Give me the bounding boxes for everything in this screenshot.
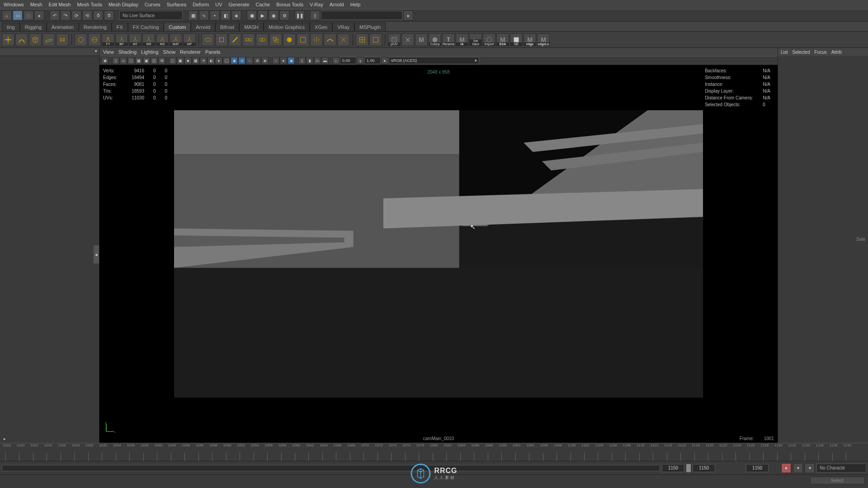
menu-windows[interactable]: Windows xyxy=(4,2,24,7)
vp-gamma-icon[interactable]: γ xyxy=(357,57,364,64)
shelf-mp-icon[interactable]: MP xyxy=(183,33,196,46)
shelf-cut-icon[interactable] xyxy=(337,33,350,46)
collapse-left-icon[interactable]: ◂ xyxy=(94,245,99,263)
shelf-uvedit-icon[interactable] xyxy=(369,33,382,46)
character-set-dropdown[interactable]: No Characte xyxy=(816,464,866,473)
shelf-sphere3-icon[interactable] xyxy=(283,33,296,46)
shelf-extrude-icon[interactable] xyxy=(215,33,228,46)
vp-wire-icon[interactable]: ▢ xyxy=(169,57,176,64)
shelf-lattice-icon[interactable] xyxy=(56,33,69,46)
vp-xray-icon[interactable]: ◎ xyxy=(238,57,245,64)
tab-bifrost[interactable]: Bifrost xyxy=(215,23,239,31)
ae-list[interactable]: List xyxy=(781,50,788,55)
history4-icon[interactable]: ⥁ xyxy=(104,10,114,20)
vp-ao-icon[interactable]: ● xyxy=(215,57,222,64)
home-icon[interactable]: ⌂ xyxy=(2,10,12,20)
shelf-mr-icon[interactable]: MR xyxy=(142,33,155,46)
shelf-mat-icon[interactable]: MAT xyxy=(170,33,182,46)
shelf-bevel-icon[interactable] xyxy=(229,33,241,46)
tab-fx[interactable]: FX xyxy=(112,23,128,31)
tab-rendering[interactable]: Rendering xyxy=(79,23,112,31)
shelf-torus-icon[interactable] xyxy=(202,33,214,46)
vp-iso2-icon[interactable]: ▮ xyxy=(306,57,313,64)
vp-exposure-icon[interactable]: ☼ xyxy=(332,57,340,64)
tab-ting[interactable]: ting xyxy=(2,23,20,31)
shelf-plane-icon[interactable] xyxy=(42,33,55,46)
tab-vray[interactable]: VRay xyxy=(332,23,354,31)
shelf-colorp-icon[interactable]: Colorp xyxy=(429,33,441,46)
history2-icon[interactable]: ⟲ xyxy=(82,10,92,20)
shelf-ms-icon[interactable]: MS xyxy=(156,33,169,46)
playback-pref-icon[interactable]: ▾ xyxy=(793,463,803,473)
range-end-field[interactable]: 1150 xyxy=(693,464,715,472)
range-handle-icon[interactable] xyxy=(686,464,691,472)
command-line[interactable] xyxy=(321,11,402,20)
shelf-uv-icon[interactable] xyxy=(356,33,368,46)
menu-vray[interactable]: V-Ray xyxy=(310,2,323,7)
shelf-m1-icon[interactable]: M xyxy=(415,33,428,46)
sidebar-toggle-icon[interactable]: ▸ xyxy=(403,10,413,20)
vp-menu-lighting[interactable]: Lighting xyxy=(141,49,159,55)
shelf-edgelo-icon[interactable]: MedgeLo xyxy=(537,33,550,46)
vp-menu-panels[interactable]: Panels xyxy=(205,49,221,55)
range-start-field[interactable]: 1150 xyxy=(662,464,684,472)
menu-help[interactable]: Help xyxy=(350,2,361,7)
snap-grid-icon[interactable]: ▦ xyxy=(188,10,198,20)
menu-deform[interactable]: Deform xyxy=(193,2,209,7)
shelf-frame-icon[interactable] xyxy=(297,33,309,46)
vp-gamma-field[interactable]: 1.00 xyxy=(364,57,381,64)
vp-light3-icon[interactable]: ◉ xyxy=(288,57,295,64)
shelf-ia-icon[interactable]: MIA xyxy=(456,33,468,46)
shelf-ne-icon[interactable]: NE xyxy=(510,33,523,46)
vp-iso3-icon[interactable]: ▭ xyxy=(314,57,321,64)
undo-icon[interactable]: ↶ xyxy=(50,10,60,20)
ipr-icon[interactable]: ◉ xyxy=(269,10,278,20)
menu-meshdisplay[interactable]: Mesh Display xyxy=(108,2,138,7)
vp-menu-shading[interactable]: Shading xyxy=(118,49,137,55)
pause-icon[interactable]: ❚❚ xyxy=(295,10,305,20)
playback-pref2-icon[interactable]: ▾ xyxy=(805,463,815,473)
ae-selected[interactable]: Selected xyxy=(793,50,810,55)
vp-gate-icon[interactable]: ◫ xyxy=(151,57,158,64)
ae-focus[interactable]: Focus xyxy=(814,50,826,55)
chevron-down-icon[interactable]: ▾ xyxy=(95,49,97,53)
shelf-sethard-icon[interactable]: Set Hard xyxy=(469,33,482,46)
shelf-cube-icon[interactable] xyxy=(29,33,42,46)
shelf-ft-icon[interactable]: FT xyxy=(102,33,114,46)
expand-icon[interactable]: ▸ xyxy=(4,436,6,441)
vp-motion-icon[interactable]: ◯ xyxy=(223,57,230,64)
menu-bonustools[interactable]: Bonus Tools xyxy=(276,2,303,7)
live-surface-field[interactable]: No Live Surface xyxy=(119,11,183,20)
shelf-sphere1-icon[interactable] xyxy=(75,33,87,46)
tab-animation[interactable]: Animation xyxy=(47,23,79,31)
tab-rigging[interactable]: Rigging xyxy=(20,23,47,31)
shelf-scissors-icon[interactable] xyxy=(401,33,414,46)
shelf-smooth-icon[interactable] xyxy=(324,33,336,46)
vp-menu-view[interactable]: View xyxy=(103,49,114,55)
vp-textured-icon[interactable]: ▦ xyxy=(192,57,199,64)
shelf-move-icon[interactable] xyxy=(2,33,14,46)
snap-plane-icon[interactable]: ◧ xyxy=(221,10,231,20)
menu-arnold[interactable]: Arnold xyxy=(330,2,344,7)
tab-xgen[interactable]: XGen xyxy=(310,23,332,31)
vp-light2-icon[interactable]: ● xyxy=(280,57,287,64)
vp-xray2-icon[interactable]: ○ xyxy=(246,57,253,64)
vp-iso4-icon[interactable]: ▬ xyxy=(321,57,329,64)
shelf-curve-icon[interactable] xyxy=(15,33,28,46)
vp-bookmark-icon[interactable]: ▯ xyxy=(112,57,119,64)
vp-imageplane-icon[interactable]: ▭ xyxy=(120,57,127,64)
render-icon[interactable]: ▶ xyxy=(258,10,268,20)
menu-meshtools[interactable]: Mesh Tools xyxy=(77,2,102,7)
menu-editmesh[interactable]: Edit Mesh xyxy=(49,2,71,7)
redo-icon[interactable]: ↷ xyxy=(61,10,71,20)
vp-menu-show[interactable]: Show xyxy=(163,49,176,55)
vp-shaded-icon[interactable]: ■ xyxy=(184,57,192,64)
history3-icon[interactable]: ⥀ xyxy=(93,10,103,20)
vp-light-icon[interactable]: ☀ xyxy=(200,57,207,64)
menu-curves[interactable]: Curves xyxy=(145,2,160,7)
vp-smooth-wire-icon[interactable]: ▣ xyxy=(177,57,184,64)
vp-menu-renderer[interactable]: Renderer xyxy=(180,49,201,55)
snap-view-icon[interactable]: ◈ xyxy=(231,10,241,20)
menu-generate[interactable]: Generate xyxy=(229,2,250,7)
tab-fxcaching[interactable]: FX Caching xyxy=(128,23,164,31)
